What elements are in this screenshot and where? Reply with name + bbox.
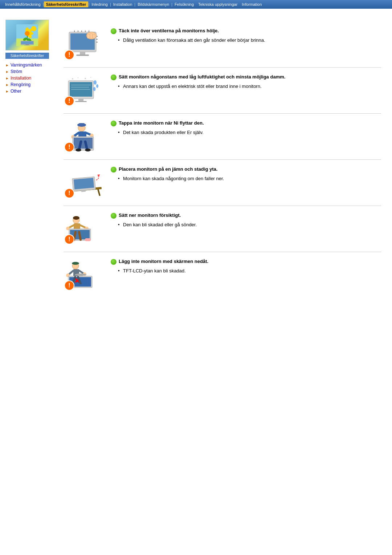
- sidebar-logo: [5, 20, 49, 50]
- nav-item-felsokning[interactable]: Felsökning: [172, 1, 196, 7]
- sidebar-nav-strom[interactable]: ► Ström: [5, 69, 53, 74]
- svg-point-58: [85, 149, 91, 151]
- svg-point-41: [72, 78, 73, 80]
- item-title-4: Placera monitorn på en jämn och stadig y…: [111, 166, 381, 173]
- nav-item-bildskarm[interactable]: Bildskärmsmenyn: [135, 1, 171, 7]
- svg-point-67: [73, 216, 79, 220]
- item-bullets-2: Annars kan det uppstå en elektrisk stöt …: [111, 83, 381, 90]
- sidebar: Säkerhetsföreskrifter ► Varningsmärken ►…: [0, 16, 56, 303]
- arrow-icon-4: ►: [5, 83, 9, 87]
- green-circle-4: [111, 167, 117, 173]
- item-bullets-3: Det kan skada produkten eller Er själv.: [111, 129, 381, 136]
- item-image-3: !: [64, 120, 103, 153]
- safety-item-2: ! Sätt monitorn någonstans med låg luftf…: [64, 68, 381, 114]
- svg-rect-36: [78, 99, 83, 101]
- svg-point-2: [31, 26, 36, 31]
- sidebar-label-installation: Installation: [11, 76, 31, 81]
- sidebar-label-rengoring: Rengöring: [11, 82, 30, 87]
- safety-item-6: ! Lägg inte monitorn med skärmen nedåt. …: [64, 252, 381, 298]
- item-title-6: Lägg inte monitorn med skärmen nedåt.: [111, 259, 381, 265]
- flower-illustration: [16, 24, 38, 46]
- green-circle-3: [111, 121, 117, 126]
- safety-item-5: ! Sätt ner monitorn försiktigt. Den kan …: [64, 206, 381, 252]
- nav-item-inledning[interactable]: Inledning: [89, 1, 110, 7]
- item-title-3: Tappa inte monitorn när Ni flyttar den.: [111, 120, 381, 126]
- arrow-icon-2: ►: [5, 70, 9, 74]
- item-heading-4: Placera monitorn på en jämn och stadig y…: [119, 166, 217, 172]
- svg-rect-29: [90, 33, 93, 39]
- svg-point-90: [75, 274, 86, 276]
- warning-badge-5: !: [64, 234, 74, 244]
- item-bullet-1-1: Dålig ventilation kan förorsaka att den …: [118, 37, 381, 44]
- svg-rect-54: [74, 138, 93, 149]
- svg-line-55: [79, 142, 81, 150]
- nav-item-information[interactable]: Information: [240, 1, 264, 7]
- item-bullets-1: Dålig ventilation kan förorsaka att den …: [111, 37, 381, 44]
- warning-badge-3: !: [64, 142, 74, 152]
- safety-item-3: ! Tappa inte monitorn när Ni flyttar den…: [64, 114, 381, 160]
- item-heading-6: Lägg inte monitorn med skärmen nedåt.: [119, 259, 208, 264]
- arrow-icon-1: ►: [5, 63, 9, 67]
- main-container: Säkerhetsföreskrifter ► Varningsmärken ►…: [0, 9, 392, 303]
- svg-rect-64: [81, 190, 86, 192]
- warning-badge-6: !: [64, 280, 74, 291]
- item-bullet-5-1: Den kan bli skadad eller gå sönder.: [118, 222, 381, 228]
- item-bullets-4: Monitorn kan skada någonting om den fall…: [111, 175, 381, 182]
- nav-item-installation[interactable]: Installation: [111, 1, 135, 7]
- item-text-4: Placera monitorn på en jämn och stadig y…: [111, 166, 381, 183]
- item-bullet-2-1: Annars kan det uppstå en elektrisk stöt …: [118, 83, 381, 90]
- item-text-1: Täck inte över ventilerna på monitorns h…: [111, 28, 381, 44]
- sidebar-nav-installation[interactable]: ► Installation: [5, 76, 53, 81]
- item-heading-1: Täck inte över ventilerna på monitorns h…: [119, 28, 219, 33]
- nav-item-tekniska[interactable]: Tekniska upplysningar: [196, 1, 240, 7]
- svg-rect-28: [87, 34, 90, 39]
- item-image-4: !: [64, 166, 103, 199]
- item-heading-3: Tappa inte monitorn när Ni flyttar den.: [119, 120, 204, 126]
- svg-rect-25: [80, 52, 85, 55]
- sidebar-nav-varningsmarken[interactable]: ► Varningsmärken: [5, 62, 53, 68]
- content-area: ! Täck inte över ventilerna på monitorns…: [56, 16, 392, 303]
- arrow-icon-5: ►: [5, 89, 9, 93]
- nav-item-sakerhet[interactable]: Säkerhetsföreskrifter: [44, 1, 89, 7]
- warning-badge-1: !: [64, 50, 74, 60]
- green-circle-6: [111, 259, 117, 265]
- svg-rect-76: [85, 238, 91, 241]
- item-image-6: !: [64, 259, 103, 291]
- item-text-5: Sätt ner monitorn försiktigt. Den kan bl…: [111, 212, 381, 229]
- svg-point-57: [75, 149, 81, 151]
- sidebar-label-strom: Ström: [11, 69, 22, 74]
- sidebar-nav-rengoring[interactable]: ► Rengöring: [5, 82, 53, 87]
- svg-point-42: [78, 77, 79, 78]
- green-circle-5: [111, 213, 117, 219]
- nav-item-innehall[interactable]: Innehållsförteckning: [3, 1, 43, 7]
- item-heading-5: Sätt ner monitorn försiktigt.: [119, 212, 181, 218]
- item-bullet-4-1: Monitorn kan skada någonting om den fall…: [118, 175, 381, 182]
- svg-rect-47: [79, 123, 84, 126]
- svg-point-39: [96, 84, 98, 88]
- svg-point-7: [25, 31, 29, 36]
- sidebar-nav-other[interactable]: ► Other: [5, 89, 53, 94]
- svg-rect-14: [24, 45, 30, 45]
- svg-rect-63: [74, 178, 94, 189]
- svg-line-61: [98, 189, 100, 196]
- item-bullets-6: TFT-LCD-ytan kan bli skadad.: [111, 268, 381, 274]
- item-image-2: !: [64, 74, 103, 107]
- green-circle-2: [111, 74, 117, 80]
- item-text-2: Sätt monitorn någonstans med låg luftfuk…: [111, 74, 381, 90]
- navigation-bar: Innehållsförteckning | Säkerhetsföreskri…: [0, 0, 392, 9]
- item-title-2: Sätt monitorn någonstans med låg luftfuk…: [111, 74, 381, 80]
- svg-rect-81: [73, 262, 78, 264]
- safety-item-4: ! Placera monitorn på en jämn och stadig…: [64, 160, 381, 206]
- svg-rect-12: [21, 41, 33, 44]
- svg-line-78: [79, 232, 81, 240]
- svg-rect-26: [76, 54, 89, 56]
- item-image-5: !: [64, 212, 103, 245]
- item-title-1: Täck inte över ventilerna på monitorns h…: [111, 28, 381, 34]
- item-image-1: !: [64, 28, 103, 61]
- sidebar-label-other: Other: [11, 89, 21, 94]
- svg-point-43: [85, 78, 86, 79]
- safety-item-1: ! Täck inte över ventilerna på monitorns…: [64, 21, 381, 68]
- item-bullet-6-1: TFT-LCD-ytan kan bli skadad.: [118, 268, 381, 274]
- warning-badge-2: !: [64, 96, 74, 106]
- item-text-3: Tappa inte monitorn när Ni flyttar den. …: [111, 120, 381, 137]
